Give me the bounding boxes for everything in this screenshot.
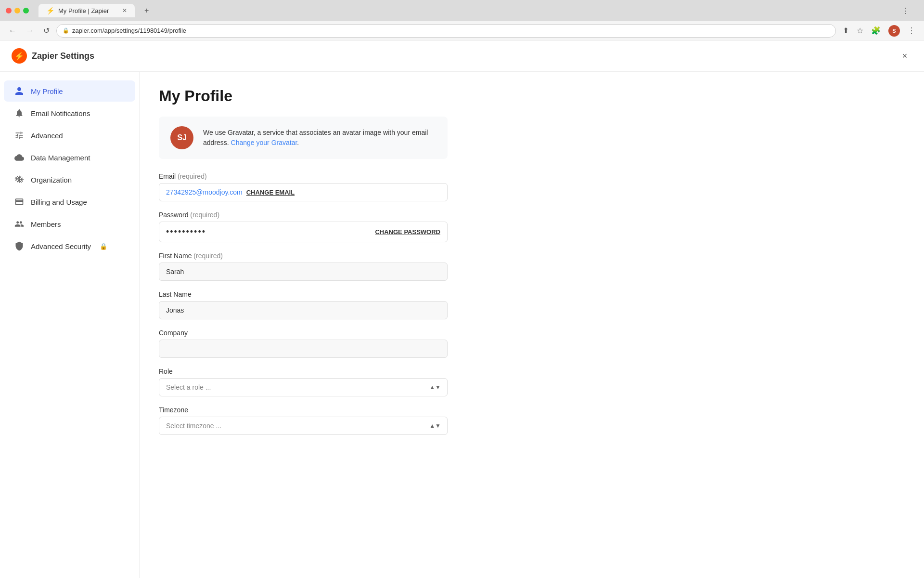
sidebar-item-members[interactable]: Members xyxy=(4,213,135,235)
browser-toolbar: ← → ↺ 🔒 zapier.com/app/settings/11980149… xyxy=(0,21,924,40)
user-avatar: S xyxy=(888,25,900,37)
content-area: My Profile SJ We use Gravatar, a service… xyxy=(140,72,924,578)
sliders-icon xyxy=(13,131,25,140)
app-title: Zapier Settings xyxy=(32,51,94,61)
people-icon xyxy=(13,219,25,229)
company-input[interactable] xyxy=(159,340,448,358)
role-select[interactable]: Select a role ... xyxy=(159,378,448,396)
gravatar-avatar: SJ xyxy=(170,126,193,149)
role-select-wrapper: Select a role ... ▲▼ xyxy=(159,378,448,396)
sidebar-label-members: Members xyxy=(31,220,61,228)
sidebar-label-data-management: Data Management xyxy=(31,154,90,162)
browser-window: ⚡ My Profile | Zapier ✕ + ⋮ ← → ↺ 🔒 zapi… xyxy=(0,0,924,578)
change-gravatar-link[interactable]: Change your Gravatar xyxy=(231,139,297,146)
share-button[interactable]: ⬆ xyxy=(840,24,852,37)
security-badge: 🔒 xyxy=(100,243,107,250)
forward-button[interactable]: → xyxy=(23,25,37,37)
toolbar-actions: ⬆ ☆ 🧩 S ⋮ xyxy=(840,23,918,39)
sidebar-item-billing-and-usage[interactable]: Billing and Usage xyxy=(4,191,135,212)
email-field-group: Email (required) 27342925@moodjoy.com CH… xyxy=(159,172,448,201)
first-name-required: (required) xyxy=(193,252,223,260)
close-window-button[interactable] xyxy=(6,8,12,13)
sidebar-item-data-management[interactable]: Data Management xyxy=(4,147,135,168)
tab-favicon: ⚡ xyxy=(46,7,54,14)
svg-text:⚡: ⚡ xyxy=(14,52,24,61)
first-name-input[interactable] xyxy=(159,263,448,281)
shield-icon xyxy=(13,241,25,251)
timezone-label: Timezone xyxy=(159,406,448,414)
gravatar-text: We use Gravatar, a service that associat… xyxy=(203,128,436,148)
sidebar-item-my-profile[interactable]: My Profile xyxy=(4,80,135,102)
tab-close-button[interactable]: ✕ xyxy=(122,7,127,14)
profile-button[interactable]: S xyxy=(886,23,903,39)
asterisk-icon xyxy=(13,175,25,184)
email-field-row: 27342925@moodjoy.com CHANGE EMAIL xyxy=(159,183,448,201)
password-required: (required) xyxy=(190,211,219,219)
address-bar[interactable]: 🔒 zapier.com/app/settings/11980149/profi… xyxy=(56,24,836,38)
minimize-window-button[interactable] xyxy=(14,8,20,13)
sidebar-label-billing-and-usage: Billing and Usage xyxy=(31,198,87,206)
timezone-select[interactable]: Select timezone ... xyxy=(159,417,448,435)
browser-titlebar: ⚡ My Profile | Zapier ✕ + ⋮ xyxy=(0,0,924,21)
sidebar-label-organization: Organization xyxy=(31,176,72,184)
browser-menu-button[interactable]: ⋮ xyxy=(899,4,912,17)
extensions-button[interactable]: 🧩 xyxy=(868,24,884,37)
sidebar-label-my-profile: My Profile xyxy=(31,87,63,95)
email-label: Email (required) xyxy=(159,172,448,180)
company-label: Company xyxy=(159,329,448,337)
new-tab-button[interactable]: + xyxy=(139,3,154,18)
card-icon xyxy=(13,197,25,207)
password-dots: •••••••••• xyxy=(166,227,371,237)
sidebar-label-advanced: Advanced xyxy=(31,131,63,140)
timezone-field-group: Timezone Select timezone ... ▲▼ xyxy=(159,406,448,435)
first-name-field-group: First Name (required) xyxy=(159,252,448,281)
window-controls xyxy=(6,8,29,13)
sidebar-label-email-notifications: Email Notifications xyxy=(31,109,90,118)
last-name-label: Last Name xyxy=(159,290,448,298)
sidebar-label-advanced-security: Advanced Security xyxy=(31,242,91,250)
app-header: ⚡ Zapier Settings × xyxy=(0,40,924,72)
password-label: Password (required) xyxy=(159,211,448,219)
sidebar-item-email-notifications[interactable]: Email Notifications xyxy=(4,103,135,124)
browser-menu-dots[interactable]: ⋮ xyxy=(905,24,918,37)
change-email-button[interactable]: CHANGE EMAIL xyxy=(246,189,295,196)
role-field-group: Role Select a role ... ▲▼ xyxy=(159,368,448,396)
maximize-window-button[interactable] xyxy=(23,8,29,13)
role-label: Role xyxy=(159,368,448,375)
app-container: ⚡ Zapier Settings × My Profile xyxy=(0,40,924,578)
email-required: (required) xyxy=(178,172,207,180)
sidebar-item-organization[interactable]: Organization xyxy=(4,169,135,190)
password-field-row: •••••••••• CHANGE PASSWORD xyxy=(159,222,448,242)
tab-title: My Profile | Zapier xyxy=(58,7,109,14)
change-password-button[interactable]: CHANGE PASSWORD xyxy=(375,228,440,236)
cloud-icon xyxy=(13,153,25,162)
sidebar-item-advanced[interactable]: Advanced xyxy=(4,125,135,146)
close-settings-button[interactable]: × xyxy=(897,48,912,64)
sidebar: My Profile Email Notifications Advanced xyxy=(0,72,140,578)
page-title: My Profile xyxy=(159,87,905,105)
company-field-group: Company xyxy=(159,329,448,358)
password-field-group: Password (required) •••••••••• CHANGE PA… xyxy=(159,211,448,242)
main-layout: My Profile Email Notifications Advanced xyxy=(0,72,924,578)
app-logo: ⚡ Zapier Settings xyxy=(12,48,94,64)
bookmark-button[interactable]: ☆ xyxy=(854,24,866,37)
lock-icon: 🔒 xyxy=(63,27,69,34)
first-name-label: First Name (required) xyxy=(159,252,448,260)
reload-button[interactable]: ↺ xyxy=(40,24,52,37)
sidebar-item-advanced-security[interactable]: Advanced Security 🔒 xyxy=(4,236,135,257)
gravatar-notice: SJ We use Gravatar, a service that assoc… xyxy=(159,117,448,159)
email-value-link[interactable]: 27342925@moodjoy.com xyxy=(166,188,243,196)
back-button[interactable]: ← xyxy=(6,25,19,37)
url-text: zapier.com/app/settings/11980149/profile xyxy=(72,27,186,34)
zapier-logo-icon: ⚡ xyxy=(12,48,27,64)
browser-tab[interactable]: ⚡ My Profile | Zapier ✕ xyxy=(38,4,135,17)
last-name-input[interactable] xyxy=(159,301,448,319)
profile-form: Email (required) 27342925@moodjoy.com CH… xyxy=(159,172,448,435)
timezone-select-wrapper: Select timezone ... ▲▼ xyxy=(159,417,448,435)
bell-icon xyxy=(13,108,25,118)
last-name-field-group: Last Name xyxy=(159,290,448,319)
person-icon xyxy=(13,86,25,96)
